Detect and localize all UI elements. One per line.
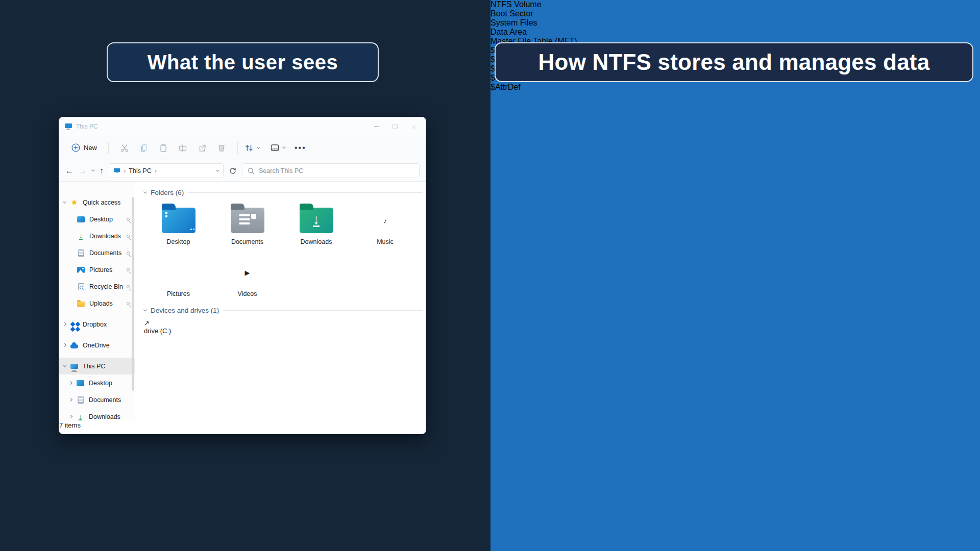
chevron-down-icon: [282, 145, 286, 149]
sidebar-item-dropbox[interactable]: Dropbox: [59, 316, 135, 333]
drives-group-header[interactable]: Devices and drives (1): [144, 307, 426, 314]
search-input[interactable]: Search This PC: [242, 163, 420, 178]
chevron-right-icon[interactable]: [69, 381, 72, 385]
folder-tile-downloads[interactable]: ↓ Downloads: [282, 202, 351, 245]
right-title-text: How NTFS stores and manages data: [538, 49, 930, 75]
chevron-down-icon[interactable]: [63, 200, 66, 204]
new-button-label: New: [84, 144, 97, 152]
sidebar-item-quick-access[interactable]: ★ Quick access: [59, 194, 135, 211]
toolbar-separator: [237, 142, 238, 154]
chevron-down-icon[interactable]: [63, 364, 66, 367]
cut-icon[interactable]: [115, 143, 134, 153]
back-icon[interactable]: ←: [65, 167, 74, 175]
downloads-icon: ↓: [76, 412, 85, 421]
chevron-down-icon[interactable]: [143, 190, 147, 194]
paste-icon[interactable]: [154, 143, 173, 153]
data-area-box: Data Area: [491, 28, 592, 37]
system-files-box: System Files: [491, 18, 593, 28]
sidebar-item-this-pc-documents[interactable]: Documents: [59, 391, 135, 408]
folder-tile-documents[interactable]: Documents: [213, 202, 282, 245]
desktop-icon: [76, 379, 85, 387]
downloads-icon: ↓: [77, 232, 85, 240]
infographic: What the user sees This PC: [0, 0, 980, 551]
copy-icon[interactable]: [134, 143, 154, 153]
group-divider: [223, 310, 423, 311]
group-divider: [188, 192, 423, 193]
this-pc-icon: [113, 168, 120, 174]
sidebar-item-this-pc-downloads[interactable]: ↓ Downloads: [59, 408, 135, 425]
sort-button[interactable]: [244, 143, 260, 153]
left-title: What the user sees: [107, 42, 379, 82]
folder-tile-desktop[interactable]: Desktop: [144, 202, 213, 245]
breadcrumb-chevron: ›: [124, 167, 126, 174]
pin-icon: [127, 268, 130, 271]
pin-icon: [127, 285, 130, 288]
sidebar-item-uploads[interactable]: Uploads: [59, 295, 135, 312]
right-title: How NTFS stores and manages data: [495, 42, 973, 82]
sort-icon: [244, 143, 254, 153]
sidebar-item-onedrive[interactable]: OneDrive: [59, 337, 135, 354]
folders-group-header[interactable]: Folders (6): [144, 189, 426, 196]
folder-tile-pictures[interactable]: Pictures: [144, 254, 213, 297]
delete-icon[interactable]: [212, 143, 231, 153]
drive-tile-c[interactable]: ↗ drive (C:): [144, 319, 426, 335]
onedrive-icon: [70, 341, 79, 349]
pin-icon: [127, 252, 130, 255]
sidebar-item-pictures[interactable]: Pictures: [59, 261, 135, 278]
pin-icon: [127, 218, 130, 221]
refresh-icon[interactable]: [229, 167, 237, 175]
sidebar-item-recycle-bin[interactable]: Recycle Bin: [59, 278, 135, 295]
chevron-down-icon[interactable]: [143, 308, 147, 312]
breadcrumb[interactable]: This PC: [129, 167, 151, 174]
address-bar: ← → ↑ › This PC ›: [59, 160, 426, 182]
sidebar-item-desktop[interactable]: Desktop: [59, 211, 135, 228]
chevron-right-icon[interactable]: [69, 398, 72, 402]
drive-label: drive (C:): [144, 327, 171, 335]
right-panel: How NTFS stores and manages data NTFS Vo…: [491, 0, 980, 551]
desktop-folder-icon: [162, 208, 195, 233]
chevron-right-icon[interactable]: [69, 415, 72, 418]
folder-icon: [77, 299, 85, 308]
shortcut-arrow-icon: ↗: [144, 319, 426, 327]
sidebar-item-this-pc-desktop[interactable]: Desktop: [59, 374, 135, 391]
left-panel: What the user sees This PC: [0, 0, 491, 551]
more-options-icon[interactable]: •••: [295, 143, 306, 153]
toolbar-separator: [108, 142, 109, 154]
rename-icon[interactable]: [173, 143, 192, 153]
recycle-bin-icon: [77, 282, 85, 291]
folder-tile-videos[interactable]: ▶ Videos: [213, 254, 282, 297]
address-dropdown-icon[interactable]: [216, 168, 219, 172]
this-pc-icon: [64, 123, 72, 130]
command-toolbar: New: [59, 136, 426, 160]
new-button[interactable]: New: [66, 140, 102, 155]
downloads-folder-icon: ↓: [300, 208, 333, 233]
window-titlebar[interactable]: This PC: [59, 117, 426, 136]
minimize-button[interactable]: [374, 126, 379, 127]
sidebar-item-downloads[interactable]: ↓ Downloads: [59, 228, 135, 244]
breadcrumb-chevron: ›: [155, 167, 157, 174]
search-icon: [248, 167, 255, 174]
share-icon[interactable]: [192, 143, 212, 153]
folder-tile-music[interactable]: ♪ Music: [351, 202, 420, 245]
chevron-right-icon[interactable]: [63, 343, 66, 347]
sidebar-item-this-pc[interactable]: This PC: [59, 358, 135, 374]
chevron-right-icon[interactable]: [63, 322, 66, 326]
folders-group-label: Folders (6): [151, 189, 184, 196]
address-input[interactable]: › This PC ›: [109, 163, 224, 178]
pictures-folder-icon: [162, 260, 195, 285]
sidebar-scrollbar[interactable]: [132, 197, 134, 391]
documents-icon: [77, 248, 85, 257]
pictures-icon: [77, 265, 85, 274]
pin-icon: [127, 235, 130, 238]
recent-locations-icon[interactable]: [91, 168, 95, 172]
maximize-button[interactable]: [393, 124, 398, 129]
pin-icon: [127, 302, 130, 305]
file-explorer-window: This PC New: [59, 117, 426, 434]
forward-icon[interactable]: →: [79, 167, 87, 175]
close-button[interactable]: [411, 124, 416, 130]
view-button[interactable]: [270, 143, 285, 152]
navigation-pane: ★ Quick access Desktop ↓ Downloads: [59, 182, 135, 421]
left-title-text: What the user sees: [148, 51, 338, 74]
up-icon[interactable]: ↑: [100, 167, 104, 175]
sidebar-item-documents[interactable]: Documents: [59, 244, 135, 261]
